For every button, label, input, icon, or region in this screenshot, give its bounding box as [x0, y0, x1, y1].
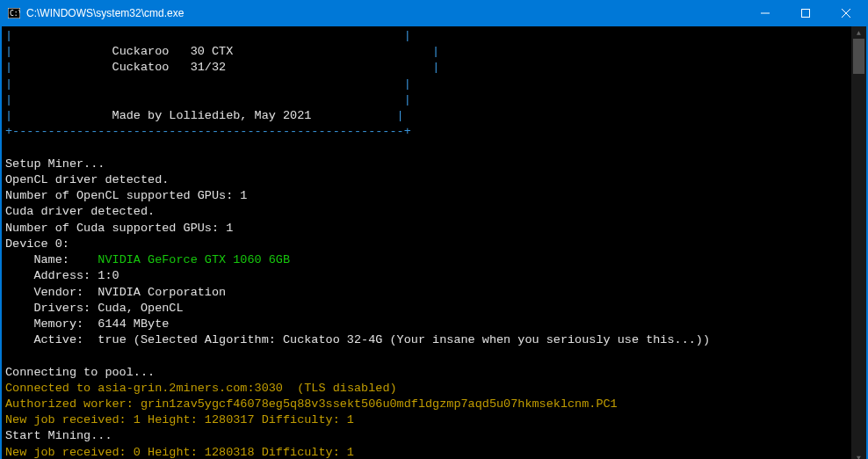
titlebar[interactable]: C:\ C:\WINDOWS\system32\cmd.exe [2, 0, 866, 26]
pool-connected-suffix: (TLS disabled) [283, 382, 397, 395]
device-active-value: true (Selected Algorithm: Cuckatoo 32-4G… [98, 333, 710, 346]
pool-auth-prefix: Authorized worker: [5, 397, 141, 411]
algo-line: Cuckaroo [112, 45, 170, 58]
setup-line: OpenCL driver detected. [5, 173, 169, 186]
pool-job-line: New job received: 0 Height: 1280318 Diff… [5, 446, 354, 459]
device-memory-value: 6144 MByte [98, 317, 169, 331]
pool-auth-value: grin1zav5ygcf46078eg5q88v3ssekt506u0mdfl… [141, 397, 618, 411]
device-name-label: Name: [33, 253, 69, 266]
device-memory-label: Memory: [33, 317, 83, 331]
vertical-scrollbar[interactable]: ▲ ▼ [851, 26, 866, 459]
scroll-down-icon[interactable]: ▼ [851, 452, 866, 459]
algo-val: 30 CTX [191, 45, 234, 58]
close-button[interactable] [826, 0, 866, 26]
device-drivers-label: Drivers: [33, 302, 90, 315]
cmd-window: C:\ C:\WINDOWS\system32\cmd.exe | | | Cu… [0, 0, 868, 459]
device-address-value: 1:0 [98, 269, 119, 282]
setup-line: Number of Cuda supported GPUs: 1 [5, 222, 233, 235]
maximize-button[interactable] [785, 0, 826, 26]
credit-line: Made by Lolliedieb, May 2021 [112, 109, 312, 122]
setup-line: Setup Miner... [5, 157, 105, 171]
setup-line: Cuda driver detected. [5, 205, 155, 218]
pool-connected-prefix: Connected to [5, 382, 98, 395]
svg-rect-3 [802, 10, 810, 18]
device-name-value: NVIDIA GeForce GTX 1060 6GB [98, 253, 290, 266]
setup-line: Device 0: [5, 237, 69, 251]
pool-job-line: New job received: 1 Height: 1280317 Diff… [5, 413, 354, 426]
pool-connected-host: asia-grin.2miners.com:3030 [98, 382, 283, 395]
device-active-label: Active: [33, 333, 83, 346]
minimize-button[interactable] [745, 0, 785, 26]
setup-line: Number of OpenCL supported GPUs: 1 [5, 189, 247, 202]
pool-start-line: Start Mining... [5, 429, 112, 442]
algo-line: Cuckatoo [112, 61, 170, 74]
device-address-label: Address: [33, 269, 90, 282]
algo-val: 31/32 [191, 61, 227, 74]
scroll-up-icon[interactable]: ▲ [851, 26, 866, 39]
device-vendor-value: NVIDIA Corporation [98, 286, 226, 299]
device-drivers-value: Cuda, OpenCL [98, 302, 183, 315]
window-title: C:\WINDOWS\system32\cmd.exe [26, 7, 184, 19]
pool-connecting: Connecting to pool... [5, 366, 155, 379]
cmd-icon: C:\ [7, 6, 21, 20]
svg-text:C:\: C:\ [10, 10, 20, 18]
terminal-output[interactable]: | | | Cuckaroo 30 CTX | | Cuckatoo 31/32… [2, 26, 851, 459]
device-vendor-label: Vendor: [33, 286, 83, 299]
scrollbar-thumb[interactable] [853, 39, 864, 74]
